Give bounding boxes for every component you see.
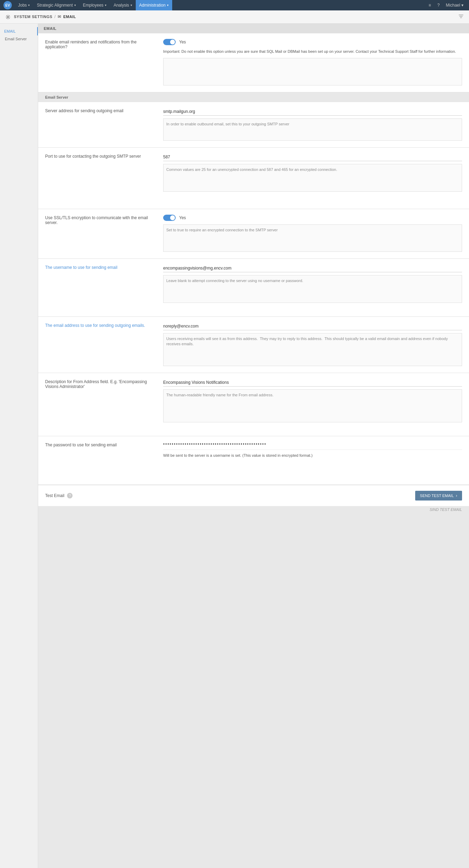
nav-right: ≡ ? Michael ▾ [427,3,466,8]
send-test-email-button[interactable]: SEND TEST EMAIL › [415,491,462,501]
settings-row-password: The password to use for sending email ••… [38,436,469,485]
breadcrumb-current: ✉ EMAIL [58,14,76,19]
ssl-toggle-yes-label: Yes [179,215,186,220]
sidebar-item-email[interactable]: EMAIL [0,27,38,35]
nav-item-employees[interactable]: Employees ▾ [79,0,110,10]
breadcrumb-separator: / [55,14,56,19]
sind-test-email-label: SIND TEST EMAIL [38,506,469,513]
ssl-toggle-row: Yes [163,215,462,221]
toggle-row-enable: Yes [163,39,462,45]
filter-icon[interactable] [459,14,463,20]
test-email-help-icon[interactable]: ? [67,493,73,498]
from-description-input[interactable] [163,379,462,387]
enable-email-value: Yes Important: Do not enable this option… [163,39,462,86]
ssl-tls-toggle[interactable] [163,215,176,221]
menu-icon[interactable]: ≡ [427,3,433,8]
help-icon[interactable]: ? [435,3,442,8]
breadcrumb-bar: SYSTEM SETTINGS / ✉ EMAIL [0,10,469,24]
email-server-section-label: Email Server [38,92,469,102]
system-settings-icon [6,14,12,19]
from-address-input[interactable] [163,322,462,330]
settings-row-enable-email: Enable email reminders and notifications… [38,33,469,92]
send-arrow-icon: › [456,493,457,498]
server-address-hint: In order to enable outbound email, set t… [163,118,462,141]
settings-row-smtp-port: Port to use for contacting the outgoing … [38,148,469,209]
email-section-header: EMAIL [38,24,469,33]
chevron-down-icon: ▾ [131,3,132,7]
from-address-hint: Users receiving emails will see it as fr… [163,333,462,366]
chevron-down-icon: ▾ [105,3,107,7]
from-description-value: The human-readable friendly name for the… [163,379,462,430]
chevron-down-icon: ▾ [74,3,76,7]
sidebar-sub-email-server[interactable]: Email Server [0,35,38,42]
test-email-row: Test Email ? SEND TEST EMAIL › [38,485,469,506]
password-divider [163,449,462,450]
smtp-port-value: Common values are 25 for an unencrypted … [163,153,462,203]
nav-items: Jobs ▾ Strategic Alignment ▾ Employees ▾… [15,0,427,10]
username-hint: Leave blank to attempt connecting to the… [163,275,462,303]
password-label: The password to use for sending email [45,442,163,479]
settings-row-ssl-tls: Use SSL/TLS encryption to communicate wi… [38,209,469,259]
username-label: The username to use for sending email [45,264,163,311]
top-navigation: EV Jobs ▾ Strategic Alignment ▾ Employee… [0,0,469,10]
settings-row-username: The username to use for sending email Le… [38,259,469,317]
password-value: ••••••••••••••••••••••••••••••••••••••••… [163,442,462,479]
test-email-label: Test Email [45,493,64,498]
server-address-label: Server address for sending outgoing emai… [45,108,163,142]
sidebar: EMAIL Email Server [0,24,38,868]
from-address-value: Users receiving emails will see it as fr… [163,322,462,367]
server-address-input[interactable] [163,108,462,116]
ssl-tls-value: Yes Set to true to require an encrypted … [163,215,462,253]
password-hint: Will be sent to the server is a username… [163,453,462,458]
email-icon: ✉ [58,14,61,19]
password-dots-display: ••••••••••••••••••••••••••••••••••••••••… [163,442,462,447]
username-value: Leave blank to attempt connecting to the… [163,264,462,311]
ssl-tls-label: Use SSL/TLS encryption to communicate wi… [45,215,163,253]
smtp-port-label: Port to use for contacting the outgoing … [45,153,163,203]
svg-point-0 [7,16,9,18]
enable-email-textarea[interactable] [163,58,462,86]
chevron-down-icon: ▾ [28,3,30,7]
ssl-tls-hint: Set to true to require an encrypted conn… [163,224,462,252]
server-address-value: In order to enable outbound email, set t… [163,108,462,142]
chevron-down-icon: ▾ [167,3,169,7]
smtp-port-hint: Common values are 25 for an unencrypted … [163,164,462,192]
nav-item-jobs[interactable]: Jobs ▾ [15,0,33,10]
breadcrumb: SYSTEM SETTINGS / ✉ EMAIL [6,14,76,19]
settings-row-from-address: The email address to use for sending out… [38,317,469,373]
toggle-knob [170,215,175,220]
enable-email-notice: Important: Do not enable this option unl… [163,49,462,55]
smtp-port-input[interactable] [163,153,462,161]
app-logo: EV [3,1,12,9]
from-address-label: The email address to use for sending out… [45,322,163,367]
settings-row-from-description: Description for From Address field. E.g.… [38,373,469,436]
username-input[interactable] [163,264,462,272]
enable-email-toggle[interactable] [163,39,176,45]
user-menu[interactable]: Michael ▾ [444,3,466,8]
breadcrumb-system-settings[interactable]: SYSTEM SETTINGS [14,15,52,19]
nav-item-analysis[interactable]: Analysis ▾ [110,0,136,10]
from-description-label: Description for From Address field. E.g.… [45,379,163,430]
toggle-knob [170,40,175,44]
settings-row-server-address: Server address for sending outgoing emai… [38,102,469,148]
page-layout: EMAIL Email Server EMAIL Enable email re… [0,24,469,868]
nav-item-administration[interactable]: Administration ▾ [136,0,172,10]
test-email-left: Test Email ? [45,493,73,498]
enable-email-label: Enable email reminders and notifications… [45,39,163,86]
from-description-hint: The human-readable friendly name for the… [163,389,462,422]
toggle-yes-label: Yes [179,40,186,44]
nav-item-strategic-alignment[interactable]: Strategic Alignment ▾ [33,0,79,10]
main-content: EMAIL Enable email reminders and notific… [38,24,469,868]
